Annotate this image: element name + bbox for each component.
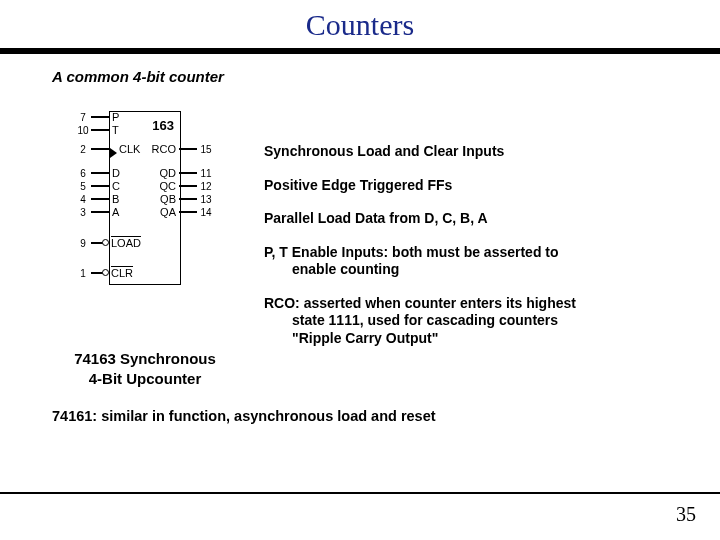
bullet-line: enable counting [264,261,720,279]
bottom-note: 74161: similar in function, asynchronous… [52,408,720,424]
pin-label: QA [157,206,179,218]
pin-num: 1 [75,268,91,279]
pin-t: 10 T [75,124,122,136]
bullet-edge-triggered: Positive Edge Triggered FFs [264,177,720,195]
pin-qd: 11 QD [157,167,216,179]
inversion-bubble-icon [102,269,109,276]
chip-name: 163 [152,118,174,133]
bullet-parallel-load: Parallel Load Data from D, C, B, A [264,210,720,228]
pin-num: 13 [197,194,215,205]
bullet-rco: RCO: asserted when counter enters its hi… [264,295,720,348]
pin-label: D [109,167,123,179]
pin-b: 4 B [75,193,122,205]
pin-wire [179,211,197,213]
pin-wire [91,185,109,187]
pin-qb: 13 QB [157,193,215,205]
caption-line2: 4-Bit Upcounter [89,370,202,387]
pin-qa: 14 QA [157,206,215,218]
pin-wire [91,129,109,131]
pin-clr: 1 CLR [75,267,136,279]
bottom-divider [0,492,720,494]
pin-wire [179,172,197,174]
pin-num: 14 [197,207,215,218]
pin-num: 12 [197,181,215,192]
pin-wire [179,148,197,150]
bullet-line: state 1111, used for cascading counters [264,312,720,330]
subtitle: A common 4-bit counter [52,68,720,85]
pin-wire [179,185,197,187]
pin-num: 10 [75,125,91,136]
pin-d: 6 D [75,167,123,179]
pin-p: 7 P [75,111,122,123]
chip-column: 163 7 P 10 T 2 CLK 6 D [60,107,230,388]
page-number: 35 [676,503,696,526]
inversion-bubble-icon [102,239,109,246]
pin-rco: 15 RCO [149,143,215,155]
chip-caption: 74163 Synchronous 4-Bit Upcounter [74,349,216,388]
pin-wire [179,198,197,200]
pin-label: A [109,206,122,218]
pin-label: LOAD [103,237,144,249]
pin-wire [91,148,109,150]
pin-num: 11 [197,168,215,179]
bullet-sync-inputs: Synchronous Load and Clear Inputs [264,143,720,161]
pin-wire [91,198,109,200]
pin-label: RCO [149,143,179,155]
pin-wire [91,211,109,213]
chip-diagram: 163 7 P 10 T 2 CLK 6 D [75,107,215,289]
pin-load: 9 LOAD [75,237,144,249]
bullet-enable-inputs: P, T Enable Inputs: both must be asserte… [264,244,720,279]
pin-label: B [109,193,122,205]
title-divider [0,48,720,54]
pin-clk: 2 CLK [75,143,143,155]
pin-qc: 12 QC [157,180,216,192]
pin-wire [91,116,109,118]
pin-label: QB [157,193,179,205]
bullet-line: P, T Enable Inputs: both must be asserte… [264,244,559,260]
pin-num: 3 [75,207,91,218]
pin-num: 5 [75,181,91,192]
pin-label: CLK [109,143,143,155]
bullet-list: Synchronous Load and Clear Inputs Positi… [230,107,720,363]
pin-label: T [109,124,122,136]
pin-label: C [109,180,123,192]
pin-num: 6 [75,168,91,179]
slide-title: Counters [0,0,720,48]
pin-label: QC [157,180,180,192]
pin-num: 15 [197,144,215,155]
pin-c: 5 C [75,180,123,192]
pin-num: 2 [75,144,91,155]
pin-num: 4 [75,194,91,205]
content-area: 163 7 P 10 T 2 CLK 6 D [60,107,720,388]
bullet-line: "Ripple Carry Output" [264,330,720,348]
pin-label: P [109,111,122,123]
pin-num: 7 [75,112,91,123]
pin-label: QD [157,167,180,179]
pin-a: 3 A [75,206,122,218]
bullet-line: RCO: asserted when counter enters its hi… [264,295,576,311]
pin-num: 9 [75,238,91,249]
pin-wire [91,172,109,174]
caption-line1: 74163 Synchronous [74,350,216,367]
